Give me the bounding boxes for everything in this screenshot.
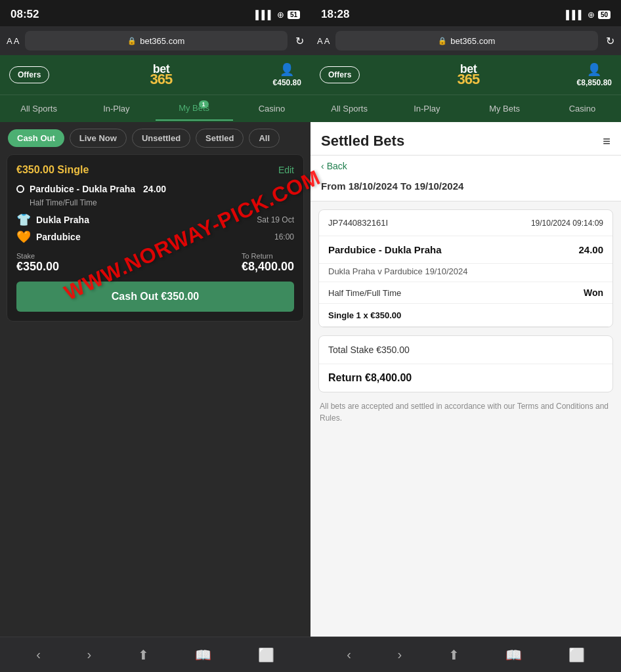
terms-text: All bets are accepted and settled in acc… xyxy=(310,392,621,432)
account-icon-right: 👤 xyxy=(587,62,601,77)
filter-settled[interactable]: Settled xyxy=(196,129,244,148)
share-icon-left[interactable]: ⬆ xyxy=(138,647,149,663)
bookmarks-icon-right[interactable]: 📖 xyxy=(505,647,522,663)
bet365-num-left: 365 xyxy=(150,72,173,87)
bet365-logo-right: bet 365 xyxy=(458,63,480,87)
teams-row: 👕 Dukla Praha Sat 19 Oct 🧡 Pardubice 16:… xyxy=(16,213,294,244)
account-icon-left: 👤 xyxy=(280,62,294,77)
hamburger-icon[interactable]: ≡ xyxy=(603,134,610,149)
signal-icon-right: ▌▌▌ xyxy=(566,10,584,20)
signal-icon: ▌▌▌ xyxy=(255,10,274,20)
stake-value: €350.00 xyxy=(16,260,59,274)
receipt-odds: 24.00 xyxy=(578,244,603,255)
cashout-button[interactable]: Cash Out €350.00 xyxy=(16,282,294,312)
back-label: Back xyxy=(327,161,347,171)
browser-bar-right: A A 🔒 bet365.com ↻ xyxy=(310,26,621,55)
stake-return-row: Stake €350.00 To Return €8,400.00 xyxy=(16,252,294,274)
total-stake-row: Total Stake €350.00 xyxy=(319,336,612,364)
tabs-icon-right[interactable]: ⬜ xyxy=(568,647,585,663)
back-arrow-icon-left[interactable]: ‹ xyxy=(36,647,41,662)
selection-odds: 24.00 xyxy=(143,184,166,194)
filter-bar: Cash Out Live Now Unsettled Settled All xyxy=(0,122,310,154)
lock-icon-left: 🔒 xyxy=(127,37,137,45)
wifi-icon: ⊕ xyxy=(277,10,284,20)
nav-all-sports-right[interactable]: All Sports xyxy=(310,97,388,120)
browser-bar-left: A A 🔒 bet365.com ↻ xyxy=(0,26,310,55)
refresh-icon-left[interactable]: ↻ xyxy=(295,35,304,47)
bet-card: €350.00 Single Edit Pardubice - Dukla Pr… xyxy=(7,154,304,322)
time-left: 08:52 xyxy=(11,8,39,21)
url-pill-left[interactable]: 🔒 bet365.com xyxy=(25,31,288,51)
back-arrow-icon-right[interactable]: ‹ xyxy=(347,647,351,662)
stake-label: Stake xyxy=(16,252,59,260)
status-bar-left: 08:52 ▌▌▌ ⊕ 51 xyxy=(0,0,310,26)
bet365-logo-left: bet 365 xyxy=(150,63,173,87)
receipt-single-row: Single 1 x €350.00 xyxy=(319,304,612,327)
receipt-datetime: 19/10/2024 09:14:09 xyxy=(531,219,603,228)
bookmarks-icon-left[interactable]: 📖 xyxy=(195,647,211,663)
receipt-match-name: Pardubice - Dukla Praha xyxy=(328,244,442,255)
nav-in-play-right[interactable]: In-Play xyxy=(388,97,465,120)
selection-name: Pardubice - Dukla Praha xyxy=(30,184,135,194)
nav-casino-left[interactable]: Casino xyxy=(233,97,310,120)
settled-content: Settled Bets ≡ ‹ Back From 18/10/2024 To… xyxy=(310,122,621,637)
tabs-icon-left[interactable]: ⬜ xyxy=(258,647,274,663)
status-bar-right: 18:28 ▌▌▌ ⊕ 50 xyxy=(310,0,621,26)
edit-button[interactable]: Edit xyxy=(278,165,294,175)
bet-receipt: JP7440832161I 19/10/2024 09:14:09 Pardub… xyxy=(318,209,613,327)
team1-name: Dukla Praha xyxy=(36,215,89,225)
refresh-icon-right[interactable]: ↻ xyxy=(606,35,614,47)
bet-amount: €350.00 xyxy=(16,164,54,175)
left-panel: 08:52 ▌▌▌ ⊕ 51 A A 🔒 bet365.com ↻ Offers… xyxy=(0,0,310,672)
account-balance-right: €8,850.80 xyxy=(577,78,612,87)
account-area-right[interactable]: 👤 €8,850.80 xyxy=(577,62,612,87)
aa-label-left: A A xyxy=(7,36,20,46)
nav-my-bets-right[interactable]: My Bets xyxy=(466,97,544,120)
nav-bar-left: All Sports In-Play My Bets 1 Casino xyxy=(0,94,310,122)
team2-name: Pardubice xyxy=(36,232,81,242)
return-value: €8,400.00 xyxy=(242,260,294,274)
filter-all[interactable]: All xyxy=(249,129,280,148)
url-text-left: bet365.com xyxy=(140,36,184,46)
filter-cashout[interactable]: Cash Out xyxy=(8,129,64,147)
url-pill-right[interactable]: 🔒 bet365.com xyxy=(335,31,598,51)
nav-my-bets-left[interactable]: My Bets 1 xyxy=(156,96,233,121)
receipt-result: Won xyxy=(584,287,603,298)
team-row-1: 👕 Dukla Praha Sat 19 Oct xyxy=(16,213,294,227)
back-link[interactable]: ‹ Back xyxy=(310,156,621,174)
share-icon-right[interactable]: ⬆ xyxy=(448,647,460,663)
forward-arrow-icon-left[interactable]: › xyxy=(87,647,91,662)
total-return-row: Return €8,400.00 xyxy=(319,364,612,392)
back-chevron-icon: ‹ xyxy=(321,161,324,171)
nav-in-play-left[interactable]: In-Play xyxy=(77,97,155,120)
team2-shirt-icon: 🧡 xyxy=(16,230,31,244)
filter-unsettled[interactable]: Unsettled xyxy=(132,129,190,148)
return-label: To Return xyxy=(242,252,294,260)
account-balance-left: €450.80 xyxy=(273,78,301,87)
bet-card-header: €350.00 Single Edit xyxy=(16,164,294,176)
bet-selection-row: Pardubice - Dukla Praha 24.00 xyxy=(16,184,294,194)
total-stake-label: Total Stake €350.00 xyxy=(328,345,410,355)
receipt-id-row: JP7440832161I 19/10/2024 09:14:09 xyxy=(319,210,612,236)
bet365-header-left: Offers bet 365 👤 €450.80 xyxy=(0,55,310,94)
offers-button-left[interactable]: Offers xyxy=(9,66,49,83)
filter-live-now[interactable]: Live Now xyxy=(70,129,127,148)
lock-icon-right: 🔒 xyxy=(438,37,447,45)
right-panel: 18:28 ▌▌▌ ⊕ 50 A A 🔒 bet365.com ↻ Offers… xyxy=(310,0,621,672)
account-area-left[interactable]: 👤 €450.80 xyxy=(273,62,301,87)
receipt-match-row: Pardubice - Dukla Praha 24.00 xyxy=(319,236,612,264)
receipt-market-label: Half Time/Full Time xyxy=(328,288,401,298)
forward-arrow-icon-right[interactable]: › xyxy=(397,647,402,662)
status-icons-left: ▌▌▌ ⊕ 51 xyxy=(255,10,300,20)
battery-right: 50 xyxy=(598,10,610,19)
totals-section: Total Stake €350.00 Return €8,400.00 xyxy=(318,335,613,392)
team-row-2: 🧡 Pardubice 16:00 xyxy=(16,230,294,244)
match-date: Sat 19 Oct xyxy=(257,215,294,224)
nav-all-sports-left[interactable]: All Sports xyxy=(0,97,77,120)
settled-header: Settled Bets ≡ xyxy=(310,122,621,156)
bottom-bar-left: ‹ › ⬆ 📖 ⬜ xyxy=(0,637,310,672)
offers-button-right[interactable]: Offers xyxy=(320,66,360,83)
total-return-label: Return €8,400.00 xyxy=(328,372,412,383)
nav-casino-right[interactable]: Casino xyxy=(544,97,621,120)
receipt-market-row: Half Time/Full Time Won xyxy=(319,282,612,304)
